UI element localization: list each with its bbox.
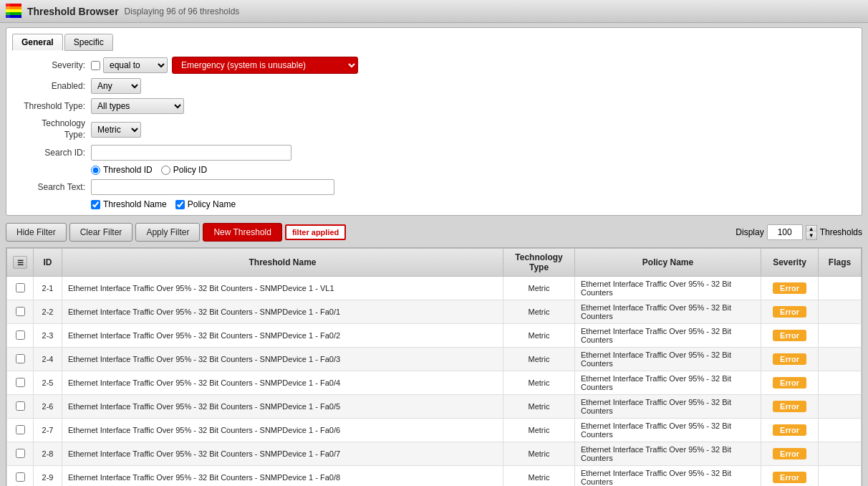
- row-checkbox[interactable]: [16, 330, 25, 340]
- checkbox-threshold-name-label[interactable]: Threshold Name: [91, 199, 167, 209]
- row-severity-cell: Error: [761, 419, 819, 442]
- radio-threshold-id-label[interactable]: Threshold ID: [91, 165, 153, 175]
- row-checkbox[interactable]: [16, 307, 25, 316]
- radio-threshold-id[interactable]: [91, 166, 100, 175]
- row-checkbox[interactable]: [16, 472, 25, 482]
- row-id-cell: 2-6: [34, 395, 62, 419]
- row-threshold-name-cell: Ethernet Interface Traffic Over 95% - 32…: [62, 466, 503, 486]
- app-subtitle: Displaying 96 of 96 thresholds: [125, 6, 240, 16]
- row-policy-name-cell: Ethernet Interface Traffic Over 95% - 32…: [575, 466, 761, 486]
- table-row: 2-8 Ethernet Interface Traffic Over 95% …: [7, 442, 862, 466]
- severity-condition-select[interactable]: equal to: [103, 57, 168, 73]
- row-flags-cell: [819, 395, 862, 419]
- display-label: Display: [736, 227, 763, 237]
- row-policy-name-cell: Ethernet Interface Traffic Over 95% - 32…: [575, 300, 761, 324]
- table-row: 2-5 Ethernet Interface Traffic Over 95% …: [7, 371, 862, 395]
- table-header-row: ☰ ID Threshold Name Technology Type Poli…: [7, 249, 862, 277]
- row-checkbox-cell: [7, 277, 34, 300]
- apply-filter-button[interactable]: Apply Filter: [135, 223, 200, 242]
- svg-rect-5: [6, 4, 10, 19]
- row-policy-name-cell: Ethernet Interface Traffic Over 95% - 32…: [575, 395, 761, 419]
- row-policy-name-cell: Ethernet Interface Traffic Over 95% - 32…: [575, 442, 761, 466]
- checkbox-policy-name[interactable]: [175, 200, 185, 209]
- row-checkbox[interactable]: [16, 449, 25, 458]
- checkbox-policy-name-label[interactable]: Policy Name: [175, 199, 236, 209]
- row-flags-cell: [819, 324, 862, 348]
- row-policy-name-cell: Ethernet Interface Traffic Over 95% - 32…: [575, 277, 761, 300]
- app-logo-icon: [6, 4, 21, 19]
- row-threshold-name-cell: Ethernet Interface Traffic Over 95% - 32…: [62, 348, 503, 371]
- table-row: 2-3 Ethernet Interface Traffic Over 95% …: [7, 324, 862, 348]
- row-tech-type-cell: Metric: [503, 277, 575, 300]
- select-all-button[interactable]: ☰: [13, 256, 27, 269]
- row-checkbox-cell: [7, 300, 34, 324]
- row-severity-cell: Error: [761, 348, 819, 371]
- tab-specific[interactable]: Specific: [64, 34, 113, 51]
- severity-badge: Error: [773, 424, 806, 436]
- clear-filter-button[interactable]: Clear Filter: [69, 223, 133, 242]
- row-tech-type-cell: Metric: [503, 371, 575, 395]
- radio-policy-id-label[interactable]: Policy ID: [161, 165, 207, 175]
- row-severity-cell: Error: [761, 324, 819, 348]
- display-count-input[interactable]: [767, 224, 803, 240]
- filter-applied-badge: filter applied: [285, 224, 346, 240]
- technology-type-row: TechnologyType: Metric: [12, 118, 856, 140]
- search-id-input[interactable]: [91, 145, 291, 161]
- checkbox-threshold-name[interactable]: [91, 200, 100, 209]
- threshold-type-select[interactable]: All types: [91, 98, 184, 114]
- row-id-cell: 2-3: [34, 324, 62, 348]
- row-id-cell: 2-1: [34, 277, 62, 300]
- threshold-type-label: Threshold Type:: [12, 101, 91, 111]
- row-checkbox-cell: [7, 371, 34, 395]
- severity-badge: Error: [773, 353, 806, 365]
- hide-filter-button[interactable]: Hide Filter: [6, 223, 67, 242]
- search-id-row: Search ID:: [12, 145, 856, 161]
- severity-badge: Error: [773, 448, 806, 459]
- severity-badge: Error: [773, 401, 806, 412]
- row-tech-type-cell: Metric: [503, 348, 575, 371]
- row-policy-name-cell: Ethernet Interface Traffic Over 95% - 32…: [575, 348, 761, 371]
- row-tech-type-cell: Metric: [503, 395, 575, 419]
- row-id-cell: 2-8: [34, 442, 62, 466]
- technology-type-label: TechnologyType:: [12, 118, 91, 140]
- row-policy-name-cell: Ethernet Interface Traffic Over 95% - 32…: [575, 419, 761, 442]
- row-id-cell: 2-4: [34, 348, 62, 371]
- row-id-cell: 2-5: [34, 371, 62, 395]
- row-severity-cell: Error: [761, 395, 819, 419]
- spinner-up-button[interactable]: ▲: [806, 226, 816, 233]
- row-checkbox[interactable]: [16, 378, 25, 387]
- row-id-cell: 2-7: [34, 419, 62, 442]
- row-id-cell: 2-2: [34, 300, 62, 324]
- spinner-down-button[interactable]: ▼: [806, 232, 816, 239]
- row-threshold-name-cell: Ethernet Interface Traffic Over 95% - 32…: [62, 419, 503, 442]
- col-header-severity: Severity: [761, 249, 819, 277]
- severity-badge: Error: [773, 282, 806, 294]
- tab-general[interactable]: General: [12, 34, 63, 51]
- row-tech-type-cell: Metric: [503, 442, 575, 466]
- new-threshold-button[interactable]: New Threshold: [203, 223, 281, 242]
- search-id-label: Search ID:: [12, 148, 91, 158]
- table-row: 2-6 Ethernet Interface Traffic Over 95% …: [7, 395, 862, 419]
- row-checkbox[interactable]: [16, 283, 25, 292]
- technology-type-select[interactable]: Metric: [91, 122, 141, 138]
- table-row: 2-9 Ethernet Interface Traffic Over 95% …: [7, 466, 862, 486]
- row-id-cell: 2-9: [34, 466, 62, 486]
- severity-value-select[interactable]: Emergency (system is unusable): [172, 57, 358, 74]
- row-flags-cell: [819, 300, 862, 324]
- thresholds-table-container: ☰ ID Threshold Name Technology Type Poli…: [6, 247, 862, 486]
- row-checkbox[interactable]: [16, 401, 25, 411]
- col-header-policy-name: Policy Name: [575, 249, 761, 277]
- radio-policy-id[interactable]: [161, 166, 170, 175]
- row-checkbox-cell: [7, 348, 34, 371]
- row-flags-cell: [819, 277, 862, 300]
- severity-badge: Error: [773, 306, 806, 318]
- severity-checkbox[interactable]: [91, 61, 100, 70]
- row-severity-cell: Error: [761, 277, 819, 300]
- search-text-checkbox-group: Threshold Name Policy Name: [91, 199, 856, 209]
- row-severity-cell: Error: [761, 371, 819, 395]
- search-text-row: Search Text:: [12, 179, 856, 195]
- row-checkbox[interactable]: [16, 354, 25, 363]
- row-checkbox[interactable]: [16, 425, 25, 434]
- search-text-input[interactable]: [91, 179, 334, 195]
- enabled-select[interactable]: Any Yes No: [91, 78, 141, 94]
